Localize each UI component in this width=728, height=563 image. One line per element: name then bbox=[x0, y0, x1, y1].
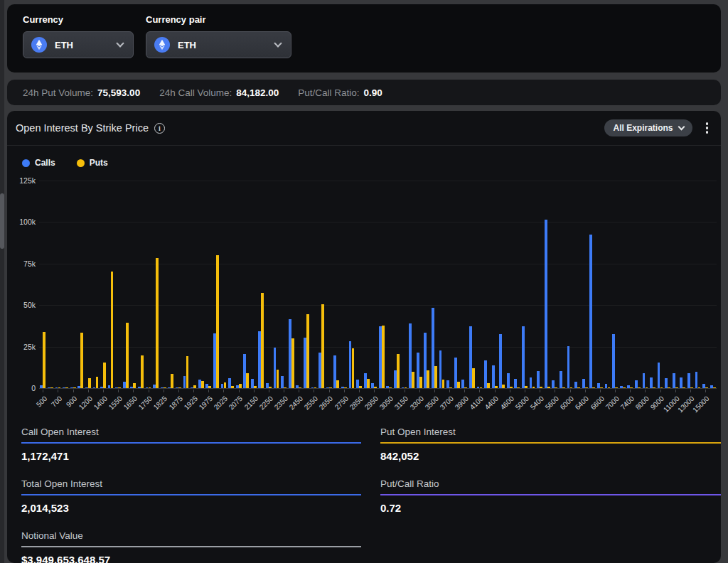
currency-dropdown[interactable]: ETH bbox=[23, 31, 134, 58]
put-call-ratio-oi-stat: Put/Call Ratio 0.72 bbox=[380, 478, 721, 514]
notional-value-label: Notional Value bbox=[21, 530, 361, 541]
expirations-filter-label: All Expirations bbox=[613, 123, 673, 133]
put-volume-value: 75,593.00 bbox=[97, 87, 140, 98]
open-interest-summary: Call Open Interest 1,172,471 Put Open In… bbox=[21, 427, 721, 563]
currency-pair-value: ETH bbox=[178, 40, 196, 50]
filters-card: Currency ETH Currency pair bbox=[7, 4, 721, 73]
currency-label: Currency bbox=[23, 14, 134, 25]
call-oi-label: Call Open Interest bbox=[21, 427, 361, 437]
open-interest-card: Open Interest By Strike Price i All Expi… bbox=[7, 111, 721, 563]
call-volume-value: 84,182.00 bbox=[236, 87, 279, 98]
puts-legend-label: Puts bbox=[90, 158, 108, 168]
volume-stats-bar: 24h Put Volume: 75,593.00 24h Call Volum… bbox=[7, 80, 721, 105]
chevron-down-icon bbox=[678, 124, 685, 131]
calls-dot-icon bbox=[22, 159, 30, 167]
put-oi-underline bbox=[380, 442, 721, 444]
chart-header: Open Interest By Strike Price i All Expi… bbox=[7, 111, 721, 146]
notional-value-value: $3,949,653,648.57 bbox=[21, 554, 361, 563]
eth-icon bbox=[31, 37, 47, 53]
put-call-ratio-value: 0.90 bbox=[364, 87, 382, 98]
chart-legend: Calls Puts bbox=[22, 158, 108, 168]
chart-title: Open Interest By Strike Price bbox=[16, 122, 149, 134]
total-oi-underline bbox=[21, 494, 361, 495]
info-icon[interactable]: i bbox=[154, 123, 165, 134]
notional-value-underline bbox=[21, 546, 361, 547]
page-scrollbar[interactable] bbox=[0, 0, 4, 563]
call-oi-value: 1,172,471 bbox=[21, 450, 361, 462]
call-oi-stat: Call Open Interest 1,172,471 bbox=[21, 427, 361, 462]
chevron-down-icon bbox=[274, 39, 282, 47]
currency-filter-group: Currency ETH bbox=[23, 14, 134, 73]
put-call-ratio-oi-value: 0.72 bbox=[380, 502, 721, 514]
calls-legend-label: Calls bbox=[35, 158, 55, 168]
put-call-ratio-label: Put/Call Ratio: bbox=[298, 87, 359, 98]
chevron-down-icon bbox=[116, 39, 124, 47]
put-call-ratio-underline bbox=[380, 494, 721, 495]
eth-icon bbox=[154, 37, 170, 53]
legend-item-calls[interactable]: Calls bbox=[22, 158, 55, 168]
legend-item-puts[interactable]: Puts bbox=[77, 158, 108, 168]
scrollbar-thumb[interactable] bbox=[0, 193, 4, 249]
call-oi-underline bbox=[21, 442, 361, 444]
put-volume-label: 24h Put Volume: bbox=[23, 87, 93, 98]
put-call-ratio-oi-label: Put/Call Ratio bbox=[380, 478, 721, 489]
total-oi-stat: Total Open Interest 2,014,523 bbox=[21, 478, 361, 514]
call-volume-stat: 24h Call Volume: 84,182.00 bbox=[159, 87, 279, 98]
currency-value: ETH bbox=[55, 40, 73, 50]
put-oi-label: Put Open Interest bbox=[380, 427, 721, 437]
put-oi-stat: Put Open Interest 842,052 bbox=[380, 427, 721, 462]
plot-area[interactable] bbox=[39, 181, 717, 389]
currency-pair-filter-group: Currency pair ETH bbox=[146, 14, 291, 73]
x-axis-labels: 5007009001200140015501650175018251875192… bbox=[39, 390, 717, 422]
call-volume-label: 24h Call Volume: bbox=[159, 87, 232, 98]
notional-value-stat: Notional Value $3,949,653,648.57 bbox=[21, 530, 361, 563]
y-axis-labels: 025k50k75k100k125k bbox=[7, 181, 36, 389]
total-oi-label: Total Open Interest bbox=[21, 478, 361, 489]
put-oi-value: 842,052 bbox=[380, 450, 721, 462]
put-volume-stat: 24h Put Volume: 75,593.00 bbox=[23, 87, 140, 98]
kebab-menu-icon[interactable] bbox=[704, 120, 711, 136]
total-oi-value: 2,014,523 bbox=[21, 502, 361, 514]
put-call-ratio-stat: Put/Call Ratio: 0.90 bbox=[298, 87, 382, 98]
currency-pair-dropdown[interactable]: ETH bbox=[146, 31, 291, 58]
puts-dot-icon bbox=[77, 159, 85, 167]
expirations-filter-button[interactable]: All Expirations bbox=[604, 119, 692, 136]
currency-pair-label: Currency pair bbox=[146, 14, 291, 25]
